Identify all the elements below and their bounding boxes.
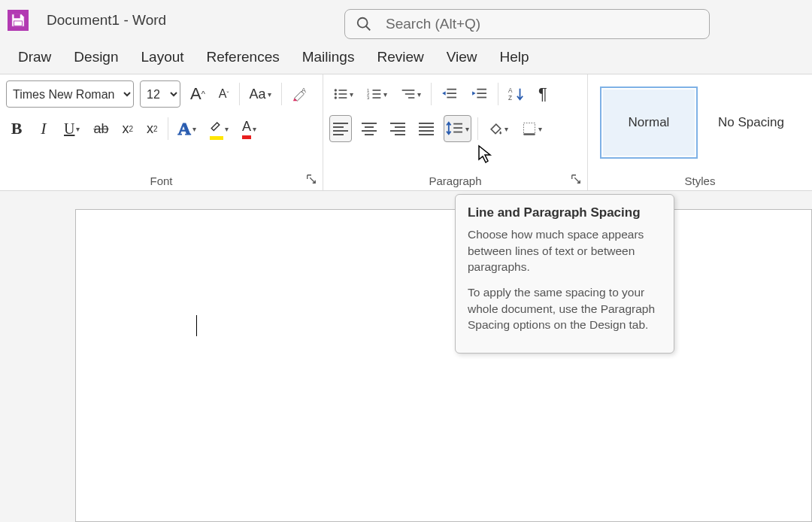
group-font: Times New Roman 12 A^ Aˇ Aa▾ A B I U▾ ab…: [0, 74, 323, 190]
subscript-button[interactable]: x2: [118, 115, 137, 142]
font-size-select[interactable]: 12: [140, 80, 180, 108]
svg-text:A: A: [508, 87, 513, 94]
line-spacing-icon: [446, 121, 464, 136]
svg-rect-0: [14, 14, 20, 19]
underline-button[interactable]: U▾: [60, 115, 83, 142]
text-cursor: [196, 315, 197, 336]
paragraph-dialog-launcher[interactable]: [571, 174, 583, 186]
align-right-icon: [390, 123, 405, 135]
font-color-button[interactable]: A▾: [238, 115, 260, 142]
svg-point-7: [335, 93, 337, 95]
tab-draw[interactable]: Draw: [18, 49, 51, 65]
italic-button[interactable]: I: [33, 115, 54, 142]
borders-button[interactable]: ▾: [518, 115, 546, 142]
svg-rect-1: [14, 21, 23, 26]
style-normal[interactable]: Normal: [600, 86, 698, 159]
ribbon-tabs: Draw Design Layout References Mailings R…: [0, 41, 812, 74]
align-right-button[interactable]: [386, 115, 409, 142]
divider: [168, 117, 168, 140]
divider: [498, 83, 498, 105]
group-label-styles: Styles: [594, 171, 806, 187]
align-center-icon: [362, 123, 377, 135]
search-icon: [356, 16, 372, 32]
grow-font-button[interactable]: A^: [186, 80, 209, 108]
borders-icon: [522, 121, 537, 136]
svg-text:A: A: [301, 86, 306, 94]
justify-button[interactable]: [415, 115, 438, 142]
bullets-button[interactable]: ▾: [329, 80, 357, 108]
tab-help[interactable]: Help: [500, 49, 529, 65]
multilevel-icon: [401, 87, 416, 101]
tab-layout[interactable]: Layout: [141, 49, 184, 65]
group-label-font: Font: [6, 171, 317, 187]
svg-line-3: [366, 26, 371, 31]
tab-view[interactable]: View: [447, 49, 477, 65]
shading-button[interactable]: ▾: [484, 115, 512, 142]
document-title: Document1 - Word: [47, 12, 166, 29]
align-center-button[interactable]: [358, 115, 380, 142]
align-left-icon: [333, 123, 348, 135]
style-no-spacing[interactable]: No Spacing: [702, 86, 800, 159]
decrease-indent-button[interactable]: [438, 80, 462, 108]
svg-text:3: 3: [367, 96, 369, 100]
strikethrough-button[interactable]: ab: [89, 115, 112, 142]
divider: [477, 117, 478, 140]
group-label-paragraph: Paragraph: [329, 171, 581, 187]
divider: [431, 83, 432, 105]
highlight-button[interactable]: ▾: [206, 115, 232, 142]
sort-icon: AZ: [508, 86, 525, 102]
search-box[interactable]: Search (Alt+Q): [344, 9, 710, 39]
bullets-icon: [333, 87, 348, 101]
svg-point-9: [335, 96, 337, 99]
superscript-button[interactable]: x2: [143, 115, 162, 142]
show-paragraph-marks-button[interactable]: ¶: [535, 80, 551, 108]
svg-point-2: [358, 18, 368, 28]
increase-indent-button[interactable]: [468, 80, 492, 108]
search-placeholder: Search (Alt+Q): [386, 16, 480, 32]
sort-button[interactable]: AZ: [504, 80, 529, 108]
font-dialog-launcher[interactable]: [306, 174, 318, 186]
align-left-button[interactable]: [329, 115, 352, 142]
multilevel-list-button[interactable]: ▾: [397, 80, 425, 108]
group-paragraph: ▾ 123▾ ▾ AZ ¶ ▾ ▾ ▾ Paragraph: [323, 74, 588, 190]
svg-point-5: [335, 89, 337, 91]
numbering-icon: 123: [367, 87, 382, 101]
paint-bucket-icon: [488, 121, 503, 136]
change-case-button[interactable]: Aa▾: [246, 80, 275, 108]
text-effects-button[interactable]: A▾: [174, 115, 200, 142]
clear-formatting-button[interactable]: A: [288, 82, 312, 106]
tooltip-paragraph-2: To apply the same spacing to your whole …: [468, 284, 662, 333]
indent-icon: [471, 87, 488, 101]
bold-button[interactable]: B: [6, 115, 27, 142]
tab-design[interactable]: Design: [74, 49, 118, 65]
document-page[interactable]: [75, 209, 812, 522]
divider: [281, 83, 282, 105]
numbering-button[interactable]: 123▾: [363, 80, 391, 108]
tab-references[interactable]: References: [207, 49, 280, 65]
tooltip-paragraph-1: Choose how much space appears between li…: [468, 226, 662, 275]
font-name-select[interactable]: Times New Roman: [6, 80, 134, 108]
save-icon[interactable]: [8, 10, 29, 31]
divider: [239, 83, 240, 105]
tooltip-line-spacing: Line and Paragraph Spacing Choose how mu…: [455, 194, 674, 354]
justify-icon: [419, 123, 434, 135]
line-spacing-button[interactable]: ▾: [444, 115, 471, 142]
outdent-icon: [441, 87, 458, 101]
group-styles: Normal No Spacing Styles: [588, 74, 812, 190]
tooltip-title: Line and Paragraph Spacing: [468, 205, 662, 220]
tab-mailings[interactable]: Mailings: [302, 49, 355, 65]
ribbon: Times New Roman 12 A^ Aˇ Aa▾ A B I U▾ ab…: [0, 74, 812, 191]
svg-rect-31: [524, 123, 535, 135]
svg-text:Z: Z: [508, 95, 512, 102]
tab-review[interactable]: Review: [377, 49, 423, 65]
shrink-font-button[interactable]: Aˇ: [215, 80, 233, 108]
